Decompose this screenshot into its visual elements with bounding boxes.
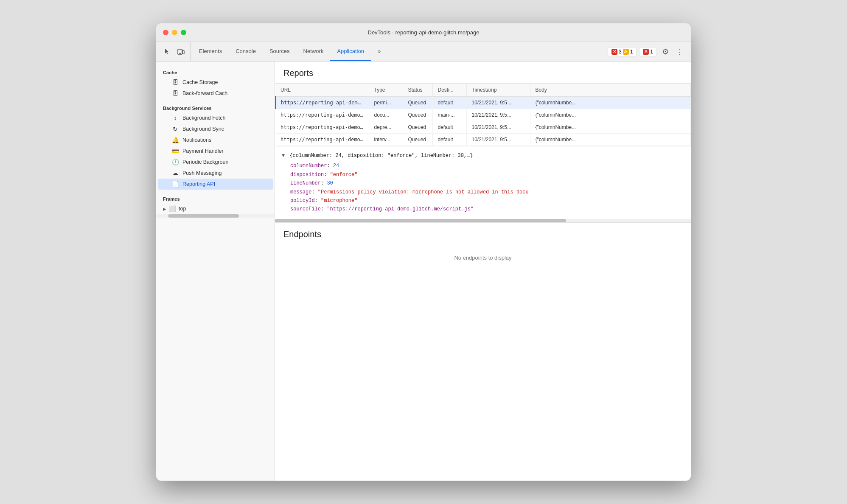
row2-body: {"columnNumbe... [530,109,691,121]
row3-dest: default [432,121,466,134]
row2-dest: main-... [432,109,466,121]
cursor-icon-button[interactable] [161,46,173,58]
sidebar-item-notifications-label: Notifications [182,137,211,143]
sidebar-item-cache-storage[interactable]: 🗄 Cache Storage [158,77,273,88]
scrollbar-thumb [275,219,566,222]
red2-error-count: 1 [650,49,653,55]
row1-status: Queued [403,97,432,109]
row2-type: docu... [369,109,403,121]
detail-key-columnNumber: columnNumber: [290,163,333,169]
tab-console[interactable]: Console [229,42,263,61]
detail-value-policyId: "microphone" [321,198,357,204]
detail-summary: ▼ {columnNumber: 24, disposition: "enfor… [282,151,684,160]
traffic-lights [163,30,186,35]
error-badge-red[interactable]: ✕ 3 ⚠ 1 [608,47,637,56]
content-area: Reports URL Type Status Desti... Timesta… [275,62,691,481]
detail-summary-text: {columnNumber: 24, disposition: "enforce… [289,153,473,159]
col-status: Status [403,84,432,97]
red-error-dot: ✕ [611,49,617,55]
col-dest: Desti... [432,84,466,97]
detail-key-policyId: policyId: [290,198,321,204]
sidebar-item-cache-storage-label: Cache Storage [182,79,218,85]
sidebar-item-periodic-bg-label: Periodic Backgroun [182,159,228,165]
row2-url: https://reporting-api-demo... [275,109,369,121]
detail-key-lineNumber: lineNumber: [290,180,327,186]
sidebar-scrollbar-thumb [168,214,239,218]
frames-section-label: Frames [156,193,275,203]
titlebar: DevTools - reporting-api-demo.glitch.me/… [156,23,691,42]
detail-field-disposition: disposition: "enforce" [282,171,684,179]
minimize-button[interactable] [172,30,177,35]
detail-key-disposition: disposition: [290,172,330,178]
sidebar-item-push-messaging[interactable]: ☁ Push Messaging [158,168,273,179]
device-icon-button[interactable] [175,46,187,58]
row1-type: permi... [369,97,403,109]
row4-url: https://reporting-api-demo... [275,134,369,146]
row3-timestamp: 10/21/2021, 9:5... [466,121,530,134]
detail-key-message: message: [290,189,318,195]
detail-value-lineNumber: 30 [327,180,333,186]
row3-status: Queued [403,121,432,134]
toolbar-tabs: Elements Console Sources Network Applica… [192,42,604,61]
frames-arrow[interactable]: ▶ ⬜ top [156,203,275,214]
row4-dest: default [432,134,466,146]
detail-expand-arrow[interactable]: ▼ [282,153,285,159]
table-row[interactable]: https://reporting-api-demo... docu... Qu… [275,109,691,121]
sidebar-item-back-forward[interactable]: 🗄 Back-forward Cach [158,88,273,99]
tab-application[interactable]: Application [330,42,371,61]
detail-key-sourceFile: sourceFile: [290,206,327,212]
table-row[interactable]: https://reporting-api-demo... depre... Q… [275,121,691,134]
notifications-icon: 🔔 [171,137,179,143]
sidebar-item-payment[interactable]: 💳 Payment Handler [158,146,273,157]
detail-value-disposition: "enforce" [330,172,358,178]
detail-field-policyId: policyId: "microphone" [282,196,684,205]
toolbar: Elements Console Sources Network Applica… [156,42,691,62]
tab-sources[interactable]: Sources [263,42,297,61]
row1-timestamp: 10/21/2021, 9:5... [466,97,530,109]
sidebar-item-bg-sync-label: Background Sync [182,126,224,132]
sidebar-item-bg-fetch[interactable]: ↕ Background Fetch [158,112,273,123]
detail-value-message: "Permissions policy violation: microphon… [318,189,529,195]
error-badge-red2[interactable]: ✕ 1 [639,47,657,56]
detail-value-columnNumber: 24 [333,163,339,169]
tab-elements[interactable]: Elements [192,42,229,61]
payment-icon: 💳 [171,148,179,154]
sidebar-item-periodic-bg[interactable]: 🕐 Periodic Backgroun [158,157,273,168]
svg-rect-1 [182,50,184,54]
sidebar-item-reporting-api[interactable]: 📄 Reporting API [158,179,273,190]
maximize-button[interactable] [181,30,186,35]
frames-chevron-right-icon: ▶ [163,207,166,211]
table-row[interactable]: https://reporting-api-demo... interv... … [275,134,691,146]
reports-title: Reports [275,62,691,84]
row1-body: {"columnNumbe... [530,97,691,109]
settings-gear-button[interactable]: ⚙ [659,46,671,58]
bg-services-section-label: Background Services [156,102,275,112]
tab-more[interactable]: » [371,42,387,61]
back-forward-icon: 🗄 [171,90,179,97]
endpoints-section: Endpoints No endpoints to display [275,222,691,276]
row4-type: interv... [369,134,403,146]
detail-field-lineNumber: lineNumber: 30 [282,179,684,188]
row4-timestamp: 10/21/2021, 9:5... [466,134,530,146]
table-row[interactable]: https://reporting-api-demo... permi... Q… [275,97,691,109]
main-layout: Cache 🗄 Cache Storage 🗄 Back-forward Cac… [156,62,691,481]
cache-section-label: Cache [156,67,275,77]
sidebar-item-back-forward-label: Back-forward Cach [182,90,227,96]
red-error-count: 3 [619,49,622,55]
row1-url: https://reporting-api-demo... [275,97,369,109]
row3-body: {"columnNumbe... [530,121,691,134]
table-header-row: URL Type Status Desti... Timestamp Body [275,84,691,97]
sidebar: Cache 🗄 Cache Storage 🗄 Back-forward Cac… [156,62,275,481]
close-button[interactable] [163,30,168,35]
sidebar-scrollbar[interactable] [156,214,275,218]
more-options-button[interactable]: ⋮ [674,46,686,58]
cache-storage-icon: 🗄 [171,79,179,86]
sidebar-item-bg-sync[interactable]: ↻ Background Sync [158,123,273,134]
tab-network[interactable]: Network [297,42,331,61]
frame-icon: ⬜ [169,205,176,212]
detail-panel: ▼ {columnNumber: 24, disposition: "enfor… [275,146,691,219]
toolbar-icon-group [158,42,191,61]
sidebar-item-notifications[interactable]: 🔔 Notifications [158,134,273,146]
no-endpoints-message: No endpoints to display [283,246,682,269]
horizontal-scrollbar[interactable] [275,219,691,222]
